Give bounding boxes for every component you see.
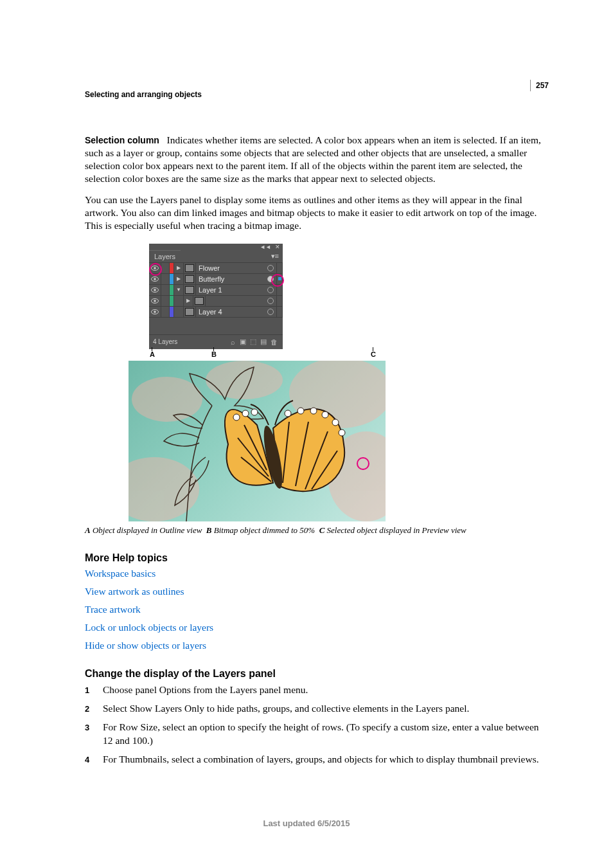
layers-panel-tab[interactable]: Layers: [149, 250, 181, 262]
lock-cell[interactable]: [161, 296, 170, 306]
lock-cell[interactable]: [161, 307, 170, 317]
figure-caption: A Object displayed in Outline view B Bit…: [85, 525, 544, 536]
visibility-icon[interactable]: [149, 296, 161, 306]
new-sublayer-icon[interactable]: ⬚: [248, 338, 258, 346]
disclosure-icon[interactable]: [174, 307, 184, 317]
visibility-icon[interactable]: [149, 285, 161, 295]
layer-name[interactable]: Flower: [196, 264, 265, 272]
target-icon[interactable]: [265, 274, 277, 284]
svg-point-19: [298, 408, 304, 414]
panel-close-icon[interactable]: ✕: [275, 244, 280, 250]
step-number: 1: [85, 683, 103, 697]
step-text: For Thumbnails, select a combination of …: [103, 753, 544, 766]
layers-panel: ◄◄ ✕ Layers ▾≡ ▶Flower▶Butterfly▼Layer 1…: [149, 244, 283, 349]
link-workspace-basics[interactable]: Workspace basics: [85, 568, 544, 579]
target-icon[interactable]: [265, 285, 277, 295]
layers-count: 4 Layers: [153, 338, 177, 345]
layer-row[interactable]: ▼Layer 1: [149, 284, 283, 295]
running-header: Selecting and arranging objects: [85, 90, 544, 99]
layer-thumbnail: [184, 274, 196, 284]
svg-point-23: [339, 429, 345, 436]
link-lock-unlock[interactable]: Lock or unlock objects or layers: [85, 622, 544, 633]
step-text: Choose panel Options from the Layers pan…: [103, 683, 544, 697]
svg-point-10: [132, 377, 202, 422]
paragraph-selection-column: Selection column Indicates whether items…: [85, 134, 544, 186]
procedure-steps: 1Choose panel Options from the Layers pa…: [85, 683, 544, 766]
visibility-icon[interactable]: [149, 274, 161, 284]
layer-name[interactable]: Butterfly: [196, 275, 265, 283]
layer-row[interactable]: Layer 4: [149, 306, 283, 317]
svg-point-16: [242, 410, 249, 417]
layer-name[interactable]: Layer 1: [196, 286, 265, 294]
callout-b: B: [211, 350, 217, 358]
link-view-outlines[interactable]: View artwork as outlines: [85, 586, 544, 597]
disclosure-icon[interactable]: ▼: [174, 285, 184, 295]
step-text: Select Show Layers Only to hide paths, g…: [103, 702, 544, 716]
disclosure-icon[interactable]: ▶: [184, 296, 193, 306]
link-hide-show[interactable]: Hide or show objects or layers: [85, 640, 544, 651]
target-icon[interactable]: [265, 307, 277, 317]
run-in-heading: Selection column: [85, 135, 159, 145]
svg-point-1: [154, 267, 156, 269]
visibility-icon[interactable]: [149, 263, 161, 273]
selection-cell[interactable]: [277, 285, 283, 295]
delete-layer-icon[interactable]: 🗑: [269, 338, 279, 346]
lock-cell[interactable]: [161, 285, 170, 295]
layer-name[interactable]: Layer 4: [196, 308, 265, 316]
svg-point-18: [285, 410, 291, 417]
procedure-heading: Change the display of the Layers panel: [85, 668, 544, 680]
target-icon[interactable]: [265, 263, 277, 273]
layer-thumbnail: [184, 285, 196, 295]
lock-cell[interactable]: [161, 263, 170, 273]
clipping-mask-icon[interactable]: ▣: [238, 338, 248, 346]
disclosure-icon[interactable]: ▶: [174, 263, 184, 273]
locate-object-icon[interactable]: ⌕: [227, 338, 238, 346]
selection-cell[interactable]: [277, 296, 283, 306]
layer-color-swatch: [170, 263, 174, 273]
page-footer: Last updated 6/5/2015: [0, 818, 613, 828]
page-number: 257: [530, 80, 549, 91]
figure-artwork: [129, 361, 386, 521]
callout-a: A: [150, 350, 155, 358]
target-icon[interactable]: [265, 296, 277, 306]
svg-point-17: [251, 409, 258, 415]
layer-thumbnail: [193, 296, 206, 306]
callout-labels-row: A B C: [129, 349, 373, 361]
layer-row[interactable]: ▶Flower: [149, 262, 283, 273]
step-number: 2: [85, 702, 103, 716]
step-number: 4: [85, 753, 103, 766]
selection-cell[interactable]: [277, 263, 283, 273]
layer-color-swatch: [170, 307, 174, 317]
lock-cell[interactable]: [161, 274, 170, 284]
step-number: 3: [85, 721, 103, 748]
panel-menu-icon[interactable]: ▾≡: [267, 250, 283, 262]
selection-cell[interactable]: [277, 307, 283, 317]
visibility-icon[interactable]: [149, 307, 161, 317]
disclosure-icon[interactable]: ▶: [174, 274, 184, 284]
layer-row[interactable]: ▶Butterfly: [149, 273, 283, 284]
layer-thumbnail: [184, 307, 196, 317]
step-text: For Row Size, select an option to specif…: [103, 721, 544, 748]
svg-point-3: [154, 278, 156, 280]
svg-point-20: [310, 408, 317, 414]
svg-point-5: [154, 289, 156, 291]
figure-layers-panel: ◄◄ ✕ Layers ▾≡ ▶Flower▶Butterfly▼Layer 1…: [85, 244, 544, 521]
layer-color-swatch: [170, 274, 174, 284]
svg-point-21: [322, 411, 328, 418]
new-layer-icon[interactable]: ▤: [258, 338, 269, 346]
layer-color-swatch: [170, 296, 174, 306]
svg-point-22: [332, 419, 339, 426]
svg-point-7: [154, 300, 156, 302]
callout-c: C: [371, 350, 376, 358]
layer-row[interactable]: ▶: [149, 295, 283, 306]
svg-point-15: [233, 414, 240, 420]
panel-collapse-icon[interactable]: ◄◄: [260, 244, 271, 250]
more-help-heading: More Help topics: [85, 552, 544, 564]
selection-cell[interactable]: [277, 274, 283, 284]
layers-panel-footer: 4 Layers ⌕ ▣ ⬚ ▤ 🗑: [149, 334, 283, 349]
layer-thumbnail: [184, 263, 196, 273]
paragraph-outline-usage: You can use the Layers panel to display …: [85, 194, 544, 232]
svg-point-9: [154, 311, 156, 313]
link-trace-artwork[interactable]: Trace artwork: [85, 604, 544, 615]
layer-color-swatch: [170, 285, 174, 295]
